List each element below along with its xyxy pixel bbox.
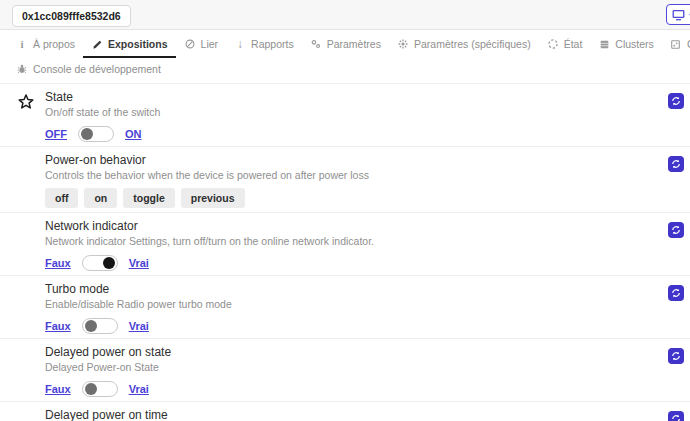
tab-lier[interactable]: Lier: [176, 33, 227, 58]
section-title: Delayed power on state: [45, 345, 650, 359]
tab-label: Console de développement: [33, 63, 161, 75]
tab-label: Rapports: [251, 38, 294, 50]
refresh-button[interactable]: [668, 93, 684, 109]
page-header: 0x1cc089fffe8532d6: [0, 0, 690, 30]
exposes-list: State On/off state of the switch OFF ON …: [0, 84, 690, 421]
bug-icon: [16, 63, 28, 75]
state-toggle-switch[interactable]: [78, 126, 114, 142]
tab-label: Lier: [201, 38, 219, 50]
refresh-button[interactable]: [668, 411, 684, 421]
toggle-false-link[interactable]: Faux: [45, 320, 71, 332]
refresh-button[interactable]: [668, 222, 684, 238]
option-toggle-button[interactable]: toggle: [123, 188, 175, 208]
device-page: { "header": { "device_address": "0x1cc08…: [0, 0, 690, 421]
section-state: State On/off state of the switch OFF ON: [0, 84, 690, 147]
tab-row-2: Console de développement: [8, 58, 682, 83]
section-title: Network indicator: [45, 219, 650, 233]
toggle-knob: [85, 320, 97, 332]
network-indicator-toggle-switch[interactable]: [82, 255, 118, 271]
tab-label: À propos: [33, 38, 75, 50]
info-icon: i: [16, 38, 28, 50]
toggle-knob: [85, 383, 97, 395]
section-description: Network indicator Settings, turn off/tur…: [45, 235, 650, 247]
turbo-mode-toggle-switch[interactable]: [82, 318, 118, 334]
dashed-circle-icon: [547, 38, 559, 50]
toggle-true-link[interactable]: Vrai: [129, 320, 149, 332]
section-description: Enable/disable Radio power turbo mode: [45, 298, 650, 310]
tab-parametres[interactable]: Paramètres: [302, 33, 389, 58]
favorite-star-icon[interactable]: [17, 93, 35, 113]
pencil-icon: [91, 38, 103, 50]
toggle-false-link[interactable]: Faux: [45, 257, 71, 269]
section-description: Controls the behavior when the device is…: [45, 169, 650, 181]
tab-rapports[interactable]: ↓ Rapports: [226, 33, 302, 58]
section-title: Delayed power on time: [45, 408, 650, 421]
network-indicator-toggle-control: Faux Vrai: [45, 255, 650, 271]
toggle-off-link[interactable]: OFF: [45, 128, 67, 140]
section-delayed-power-on-time: Delayed power on time Delayed Power-on t…: [0, 402, 690, 421]
gear-icon: [397, 38, 409, 50]
tab-groupes[interactable]: Groupes: [662, 33, 690, 58]
boxes-icon: [670, 38, 682, 50]
section-network-indicator: Network indicator Network indicator Sett…: [0, 213, 690, 276]
delayed-power-on-state-toggle-switch[interactable]: [82, 381, 118, 397]
device-address-badge[interactable]: 0x1cc089fffe8532d6: [12, 5, 131, 27]
turbo-mode-toggle-control: Faux Vrai: [45, 318, 650, 334]
section-power-on-behavior: Power-on behavior Controls the behavior …: [0, 147, 690, 213]
toggle-on-link[interactable]: ON: [125, 128, 142, 140]
tab-label: Paramètres (spécifiques): [414, 38, 531, 50]
section-turbo-mode: Turbo mode Enable/disable Radio power tu…: [0, 276, 690, 339]
toggle-false-link[interactable]: Faux: [45, 383, 71, 395]
tab-parametres-specifiques[interactable]: Paramètres (spécifiques): [389, 33, 539, 58]
toggle-knob: [81, 128, 93, 140]
tab-row-1: i À propos Expositions Lier ↓ Rapports P…: [8, 33, 682, 58]
section-title: State: [45, 90, 650, 104]
tab-label: Paramètres: [327, 38, 381, 50]
link-icon: [184, 38, 196, 50]
option-off-button[interactable]: off: [45, 188, 78, 208]
option-on-button[interactable]: on: [84, 188, 117, 208]
toggle-knob: [103, 257, 115, 269]
download-arrow-icon: ↓: [234, 38, 246, 50]
tab-a-propos[interactable]: i À propos: [8, 33, 83, 58]
state-toggle-control: OFF ON: [45, 126, 650, 142]
monitor-icon: [672, 9, 685, 21]
tab-clusters[interactable]: Clusters: [590, 33, 662, 58]
refresh-button[interactable]: [668, 285, 684, 301]
option-previous-button[interactable]: previous: [181, 188, 245, 208]
power-on-behavior-options: off on toggle previous: [45, 188, 650, 208]
section-description: Delayed Power-on State: [45, 361, 650, 373]
section-title: Turbo mode: [45, 282, 650, 296]
refresh-button[interactable]: [668, 348, 684, 364]
device-tabs: i À propos Expositions Lier ↓ Rapports P…: [0, 30, 690, 84]
refresh-button[interactable]: [668, 156, 684, 172]
tab-console-developpement[interactable]: Console de développement: [8, 58, 169, 83]
tab-etat[interactable]: État: [539, 33, 591, 58]
toggle-true-link[interactable]: Vrai: [129, 383, 149, 395]
tools-icon: [310, 38, 322, 50]
section-title: Power-on behavior: [45, 153, 650, 167]
tab-label: Expositions: [108, 38, 168, 50]
section-delayed-power-on-state: Delayed power on state Delayed Power-on …: [0, 339, 690, 402]
device-view-button[interactable]: [666, 4, 690, 25]
delayed-power-on-state-toggle-control: Faux Vrai: [45, 381, 650, 397]
toggle-true-link[interactable]: Vrai: [129, 257, 149, 269]
section-description: On/off state of the switch: [45, 106, 650, 118]
table-icon: [598, 38, 610, 50]
tab-label: Clusters: [615, 38, 654, 50]
tab-label: État: [564, 38, 583, 50]
tab-expositions[interactable]: Expositions: [83, 33, 176, 58]
